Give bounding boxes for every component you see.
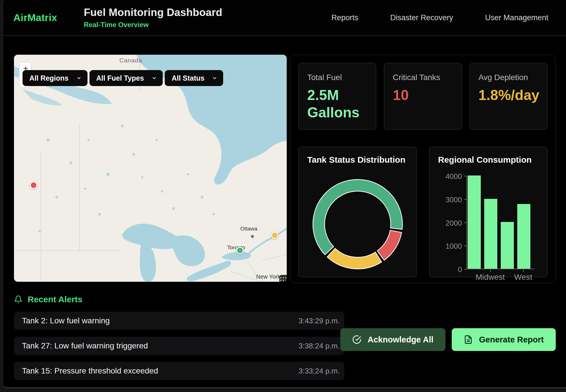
- recent-alerts-section: Recent Alerts Tank 2: Low fuel warning 3…: [14, 295, 556, 380]
- bar-chart-y-axis: 01000200030004000: [443, 176, 467, 269]
- stat-label: Avg Depletion: [479, 73, 539, 82]
- bar-chart: 01000200030004000 MidwestWest: [438, 176, 539, 282]
- chevron-down-icon: [151, 75, 157, 81]
- consumption-bar: [501, 222, 514, 269]
- stat-value: 2.5M Gallons: [307, 87, 357, 121]
- donut-chart: [307, 177, 408, 271]
- y-tick-label: 1000: [445, 242, 462, 251]
- status-filter-dropdown[interactable]: All Status: [165, 70, 223, 86]
- document-icon: [464, 335, 473, 344]
- regional-consumption-chart-card: Regional Consumption 01000200030004000 M…: [429, 147, 547, 277]
- alert-actions: Acknowledge All Generate Report: [340, 328, 556, 351]
- alert-message: Tank 15: Pressure threshold exceeded: [22, 366, 158, 375]
- region-filter-dropdown[interactable]: All Regions: [23, 70, 87, 86]
- page-subtitle: Real-Time Overview: [84, 21, 222, 29]
- stat-card-avg-depletion: Avg Depletion 1.8%/day: [470, 63, 547, 130]
- header: AirMatrix Fuel Monitoring Dashboard Real…: [3, 0, 566, 36]
- tank-status-chart-card: Tank Status Distribution: [298, 147, 417, 277]
- page-title: Fuel Monitoring Dashboard: [84, 7, 222, 19]
- alert-message: Tank 27: Low fuel warning triggered: [22, 341, 148, 350]
- chart-title: Tank Status Distribution: [307, 155, 408, 165]
- stat-label: Total Fuel: [307, 73, 367, 82]
- alert-message: Tank 2: Low fuel warning: [22, 316, 110, 325]
- stat-card-total-fuel: Total Fuel 2.5M Gallons: [298, 63, 376, 130]
- donut-segment-critical: [377, 230, 402, 260]
- stat-label: Critical Tanks: [393, 73, 453, 82]
- app-window: AirMatrix Fuel Monitoring Dashboard Real…: [3, 0, 566, 388]
- fuel-type-filter-dropdown[interactable]: All Fuel Types: [89, 70, 163, 86]
- bar-chart-plot: [467, 176, 534, 269]
- x-tick-label: Midwest: [476, 273, 505, 282]
- bar-chart-x-axis: MidwestWest: [467, 269, 534, 282]
- map-marker-normal[interactable]: [236, 247, 244, 254]
- stat-card-critical-tanks: Critical Tanks 10: [384, 63, 462, 130]
- donut-segment-warning: [327, 248, 381, 269]
- consumption-bar: [484, 199, 497, 269]
- bell-icon: [14, 295, 23, 304]
- chart-title: Regional Consumption: [438, 155, 539, 165]
- title-block: Fuel Monitoring Dashboard Real-Time Over…: [84, 7, 222, 29]
- chevron-down-icon: [212, 75, 217, 81]
- tank-map[interactable]: Canada Ottawa ◉ Toronto New York + − All…: [14, 55, 287, 282]
- main-nav: Reports Disaster Recovery User Managemen…: [331, 13, 548, 22]
- nav-item-user-management[interactable]: User Management: [485, 13, 548, 22]
- alert-timestamp: 3:43:29 p.m.: [298, 317, 340, 325]
- y-tick-label: 0: [458, 265, 462, 274]
- app-logo: AirMatrix: [13, 12, 84, 23]
- alert-timestamp: 3:38:24 p.m.: [298, 342, 340, 350]
- stat-cards: Total Fuel 2.5M Gallons Critical Tanks 1…: [298, 63, 547, 130]
- x-tick-label: West: [514, 273, 532, 282]
- nav-item-disaster-recovery[interactable]: Disaster Recovery: [390, 13, 453, 22]
- consumption-bar: [468, 175, 481, 269]
- generate-report-button[interactable]: Generate Report: [452, 328, 556, 351]
- alert-timestamp: 3:33:24 p.m.: [298, 367, 340, 375]
- map-marker-critical[interactable]: [30, 181, 37, 189]
- stat-value: 10: [393, 87, 443, 104]
- y-tick-label: 2000: [445, 219, 462, 228]
- nav-item-reports[interactable]: Reports: [331, 13, 359, 22]
- y-tick-label: 4000: [445, 172, 462, 181]
- alert-row: Tank 2: Low fuel warning 3:43:29 p.m.: [14, 312, 344, 330]
- stat-value: 1.8%/day: [479, 87, 528, 104]
- map-markers: [14, 55, 287, 282]
- alert-row: Tank 27: Low fuel warning triggered 3:38…: [14, 337, 344, 355]
- consumption-bar: [517, 204, 530, 269]
- alerts-title: Recent Alerts: [28, 295, 82, 304]
- metrics-panel: Total Fuel 2.5M Gallons Critical Tanks 1…: [290, 55, 556, 283]
- y-tick-label: 3000: [445, 195, 462, 204]
- chevron-down-icon: [76, 75, 82, 81]
- alerts-header: Recent Alerts: [14, 295, 556, 304]
- acknowledge-all-button[interactable]: Acknowledge All: [340, 328, 445, 351]
- map-marker-warning[interactable]: [271, 232, 278, 239]
- map-resize-handle[interactable]: [279, 275, 287, 282]
- map-filters: All Regions All Fuel Types All Status: [23, 70, 223, 86]
- alert-list: Tank 2: Low fuel warning 3:43:29 p.m. Ta…: [14, 312, 344, 380]
- check-circle-icon: [352, 335, 361, 344]
- alert-row: Tank 15: Pressure threshold exceeded 3:3…: [14, 362, 344, 380]
- chart-cards: Tank Status Distribution Regional Consum…: [298, 147, 547, 277]
